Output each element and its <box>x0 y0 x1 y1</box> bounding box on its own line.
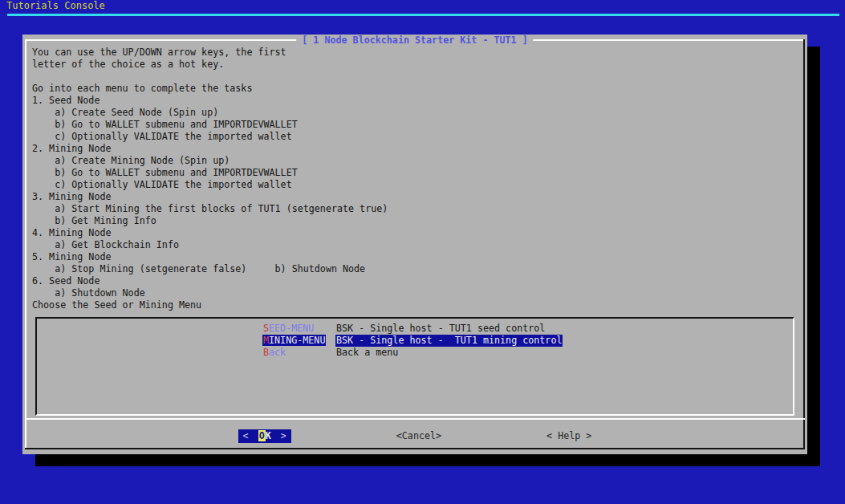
menu-item-tag: SEED-MENU <box>262 323 335 335</box>
menu-item-back[interactable]: Back Back a menu <box>37 347 793 359</box>
backtitle: Tutorials Console <box>6 0 105 12</box>
menu-item-seed-menu[interactable]: SEED-MENU BSK - Single host - TUT1 seed … <box>37 323 793 335</box>
dialog-border-right <box>803 39 805 449</box>
menu-item-description: BSK - Single host - TUT1 seed control <box>335 323 546 335</box>
cancel-button[interactable]: <Cancel> <box>396 430 441 442</box>
ok-label-rest: K <box>266 430 271 441</box>
menu-item-tag: MINING-MENU <box>262 335 335 347</box>
menu-item-tag: Back <box>262 347 335 359</box>
menu-item-tag-text: INING-MENU <box>269 335 325 346</box>
dialog-window: [ 1 Node Blockchain Starter Kit - TUT1 ]… <box>22 35 807 454</box>
dialog-title: [ 1 Node Blockchain Starter Kit - TUT1 ] <box>296 35 533 47</box>
ok-bracket-open: < <box>243 430 249 441</box>
menu-item-hotkey: S <box>263 323 269 334</box>
menu-item-tag-text: EED-MENU <box>269 323 314 334</box>
backtitle-separator-line <box>7 14 839 16</box>
ok-cursor-letter: O <box>258 430 266 441</box>
menu-item-description: BSK - Single host - TUT1 mining control <box>335 335 563 347</box>
button-row: <OK> <Cancel> < Help > <box>22 429 807 443</box>
menu-list: SEED-MENU BSK - Single host - TUT1 seed … <box>35 317 794 416</box>
menu-item-tag-text: ack <box>269 347 286 358</box>
button-separator-line <box>25 418 805 420</box>
ok-bracket-close: > <box>281 430 286 441</box>
help-button[interactable]: < Help > <box>546 430 591 442</box>
dialog-border-left <box>25 39 26 449</box>
menu-item-mining-menu[interactable]: MINING-MENU BSK - Single host - TUT1 min… <box>37 335 793 347</box>
dialog-border-bottom <box>25 448 805 449</box>
ok-button[interactable]: <OK> <box>238 429 291 443</box>
menu-item-description: Back a menu <box>335 347 399 359</box>
menu-item-hotkey: M <box>263 335 269 346</box>
menu-item-hotkey: B <box>263 347 269 358</box>
instructions-text: You can use the UP/DOWN arrow keys, the … <box>32 47 799 311</box>
